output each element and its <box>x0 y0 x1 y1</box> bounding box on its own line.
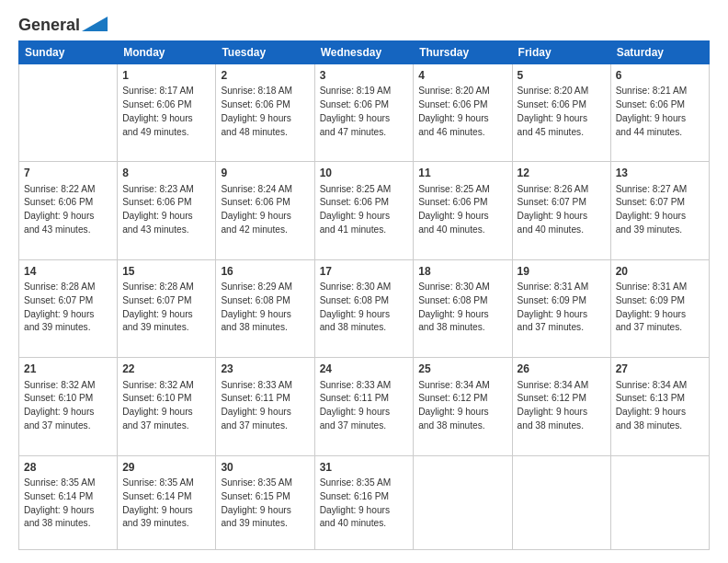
day-number: 12 <box>518 166 606 181</box>
day-info-line: Daylight: 9 hours <box>616 406 704 419</box>
calendar-cell: 9Sunrise: 8:24 AMSunset: 6:06 PMDaylight… <box>216 162 314 259</box>
calendar-cell: 1Sunrise: 8:17 AMSunset: 6:06 PMDaylight… <box>118 63 216 161</box>
day-number: 15 <box>122 264 210 280</box>
logo-icon <box>82 17 108 31</box>
day-info-line: Sunset: 6:06 PM <box>320 196 409 210</box>
day-info-line: Sunrise: 8:18 AM <box>221 85 309 98</box>
day-info-line: and 38 minutes. <box>418 419 506 433</box>
day-info-line: Sunrise: 8:19 AM <box>320 85 409 98</box>
day-info-line: Sunrise: 8:35 AM <box>122 477 210 490</box>
day-info-line: and 38 minutes. <box>418 321 506 335</box>
day-info-line: Daylight: 9 hours <box>221 406 309 419</box>
day-info-line: Daylight: 9 hours <box>221 210 309 224</box>
day-info-line: Sunrise: 8:32 AM <box>24 379 112 393</box>
day-info-line: Sunrise: 8:17 AM <box>122 85 210 98</box>
day-info-line: and 38 minutes. <box>221 321 309 335</box>
day-info-line: Sunrise: 8:24 AM <box>221 183 309 197</box>
calendar-cell: 19Sunrise: 8:31 AMSunset: 6:09 PMDayligh… <box>512 259 610 357</box>
day-info-line: Sunset: 6:08 PM <box>418 294 506 308</box>
day-info-line: and 40 minutes. <box>518 224 606 237</box>
day-number: 29 <box>122 460 210 476</box>
day-number: 24 <box>320 362 409 377</box>
day-info-line: and 42 minutes. <box>221 224 309 237</box>
day-number: 30 <box>221 460 309 476</box>
day-info-line: Sunset: 6:11 PM <box>221 392 309 406</box>
day-info-line: Sunset: 6:10 PM <box>24 392 112 406</box>
weekday-header-tuesday: Tuesday <box>216 40 314 63</box>
calendar-cell: 15Sunrise: 8:28 AMSunset: 6:07 PMDayligh… <box>118 259 216 357</box>
day-number: 25 <box>418 362 506 377</box>
day-info-line: Sunset: 6:06 PM <box>24 196 112 210</box>
day-info-line: Daylight: 9 hours <box>518 308 606 322</box>
day-info-line: and 48 minutes. <box>221 126 309 140</box>
day-info-line: and 41 minutes. <box>320 224 409 237</box>
calendar-cell <box>512 455 610 549</box>
weekday-header-friday: Friday <box>512 40 610 63</box>
day-number: 19 <box>518 264 606 280</box>
day-info-line: Sunset: 6:06 PM <box>320 98 409 112</box>
calendar-cell: 14Sunrise: 8:28 AMSunset: 6:07 PMDayligh… <box>19 259 118 357</box>
calendar-cell: 2Sunrise: 8:18 AMSunset: 6:06 PMDaylight… <box>216 63 314 161</box>
calendar-cell: 29Sunrise: 8:35 AMSunset: 6:14 PMDayligh… <box>118 455 216 549</box>
day-info-line: Sunset: 6:14 PM <box>122 490 210 504</box>
calendar-header-row: SundayMondayTuesdayWednesdayThursdayFrid… <box>19 40 710 63</box>
day-info-line: Sunrise: 8:20 AM <box>518 85 606 98</box>
day-info-line: Sunrise: 8:32 AM <box>122 379 210 393</box>
day-info-line: and 37 minutes. <box>518 321 606 335</box>
weekday-header-wednesday: Wednesday <box>314 40 414 63</box>
day-info-line: and 45 minutes. <box>518 126 606 140</box>
day-info-line: Sunrise: 8:23 AM <box>122 183 210 197</box>
day-number: 20 <box>616 264 704 280</box>
day-info-line: Sunset: 6:16 PM <box>320 490 409 504</box>
day-number: 13 <box>616 166 704 181</box>
day-info-line: Daylight: 9 hours <box>320 504 409 518</box>
day-number: 4 <box>418 68 506 84</box>
day-info-line: Sunrise: 8:35 AM <box>24 477 112 490</box>
day-info-line: Sunrise: 8:31 AM <box>518 281 606 294</box>
day-info-line: Sunset: 6:06 PM <box>616 98 704 112</box>
day-number: 21 <box>24 362 112 377</box>
day-info-line: and 47 minutes. <box>320 126 409 140</box>
day-info-line: Daylight: 9 hours <box>418 308 506 322</box>
day-info-line: and 44 minutes. <box>616 126 704 140</box>
calendar-cell: 20Sunrise: 8:31 AMSunset: 6:09 PMDayligh… <box>610 259 709 357</box>
day-info-line: Daylight: 9 hours <box>122 406 210 419</box>
day-info-line: and 38 minutes. <box>518 419 606 433</box>
day-info-line: Daylight: 9 hours <box>24 210 112 224</box>
day-info-line: Sunrise: 8:33 AM <box>320 379 409 393</box>
day-info-line: Sunset: 6:08 PM <box>221 294 309 308</box>
day-info-line: and 39 minutes. <box>616 224 704 237</box>
day-info-line: Sunset: 6:06 PM <box>518 98 606 112</box>
day-number: 17 <box>320 264 409 280</box>
weekday-header-monday: Monday <box>118 40 216 63</box>
day-info-line: Sunset: 6:06 PM <box>418 196 506 210</box>
calendar-cell: 28Sunrise: 8:35 AMSunset: 6:14 PMDayligh… <box>19 455 118 549</box>
day-info-line: Sunset: 6:14 PM <box>24 490 112 504</box>
weekday-header-saturday: Saturday <box>610 40 709 63</box>
day-info-line: Daylight: 9 hours <box>320 308 409 322</box>
weekday-header-sunday: Sunday <box>19 40 118 63</box>
day-number: 14 <box>24 264 112 280</box>
svg-marker-0 <box>82 17 108 31</box>
day-number: 18 <box>418 264 506 280</box>
calendar-cell: 23Sunrise: 8:33 AMSunset: 6:11 PMDayligh… <box>216 358 314 455</box>
day-info-line: and 37 minutes. <box>24 419 112 433</box>
day-info-line: Sunrise: 8:25 AM <box>418 183 506 197</box>
calendar-cell: 22Sunrise: 8:32 AMSunset: 6:10 PMDayligh… <box>118 358 216 455</box>
day-info-line: Sunrise: 8:35 AM <box>320 477 409 490</box>
calendar-cell: 10Sunrise: 8:25 AMSunset: 6:06 PMDayligh… <box>314 162 414 259</box>
day-info-line: Sunset: 6:11 PM <box>320 392 409 406</box>
calendar-cell: 31Sunrise: 8:35 AMSunset: 6:16 PMDayligh… <box>314 455 414 549</box>
day-number: 26 <box>518 362 606 377</box>
day-info-line: Daylight: 9 hours <box>518 210 606 224</box>
day-info-line: and 38 minutes. <box>616 419 704 433</box>
day-number: 10 <box>320 166 409 181</box>
calendar-cell: 25Sunrise: 8:34 AMSunset: 6:12 PMDayligh… <box>414 358 512 455</box>
day-info-line: Daylight: 9 hours <box>518 112 606 126</box>
day-info-line: Sunset: 6:08 PM <box>320 294 409 308</box>
calendar-week-1: 1Sunrise: 8:17 AMSunset: 6:06 PMDaylight… <box>19 63 710 161</box>
day-info-line: and 39 minutes. <box>122 321 210 335</box>
day-number: 9 <box>221 166 309 181</box>
day-info-line: Sunrise: 8:35 AM <box>221 477 309 490</box>
day-info-line: Daylight: 9 hours <box>616 308 704 322</box>
